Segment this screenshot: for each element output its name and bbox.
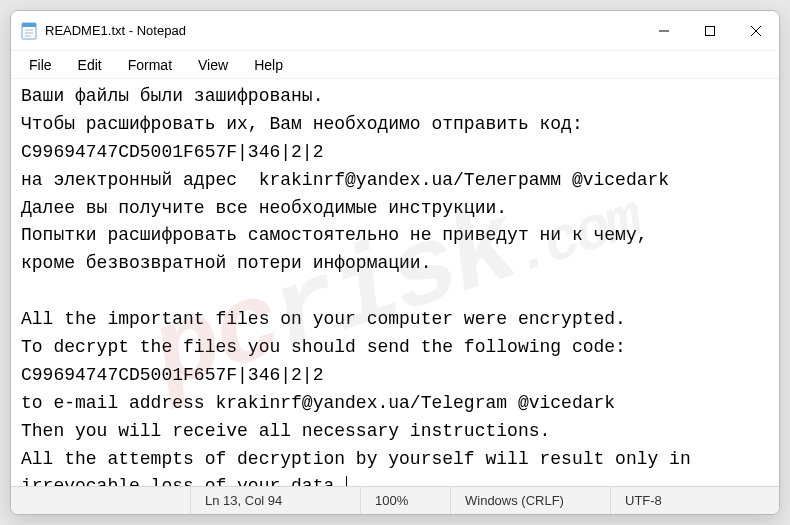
status-lncol: Ln 13, Col 94 xyxy=(191,487,361,514)
notepad-window: README1.txt - Notepad File Edit Format V… xyxy=(10,10,780,515)
status-eol: Windows (CRLF) xyxy=(451,487,611,514)
text-area[interactable]: Ваши файлы были зашифрованы. Чтобы расши… xyxy=(11,79,779,486)
menu-format[interactable]: Format xyxy=(116,54,184,76)
maximize-button[interactable] xyxy=(687,11,733,51)
svg-rect-1 xyxy=(22,23,36,27)
close-button[interactable] xyxy=(733,11,779,51)
text-caret xyxy=(346,476,347,486)
notepad-icon xyxy=(21,22,37,40)
svg-rect-6 xyxy=(706,26,715,35)
status-lead xyxy=(11,487,191,514)
status-encoding: UTF-8 xyxy=(611,487,779,514)
menu-help[interactable]: Help xyxy=(242,54,295,76)
window-title: README1.txt - Notepad xyxy=(45,23,186,38)
menubar: File Edit Format View Help xyxy=(11,51,779,79)
statusbar: Ln 13, Col 94 100% Windows (CRLF) UTF-8 xyxy=(11,486,779,514)
titlebar: README1.txt - Notepad xyxy=(11,11,779,51)
menu-file[interactable]: File xyxy=(17,54,64,76)
minimize-button[interactable] xyxy=(641,11,687,51)
menu-view[interactable]: View xyxy=(186,54,240,76)
status-zoom: 100% xyxy=(361,487,451,514)
menu-edit[interactable]: Edit xyxy=(66,54,114,76)
document-text: Ваши файлы были зашифрованы. Чтобы расши… xyxy=(21,86,702,486)
